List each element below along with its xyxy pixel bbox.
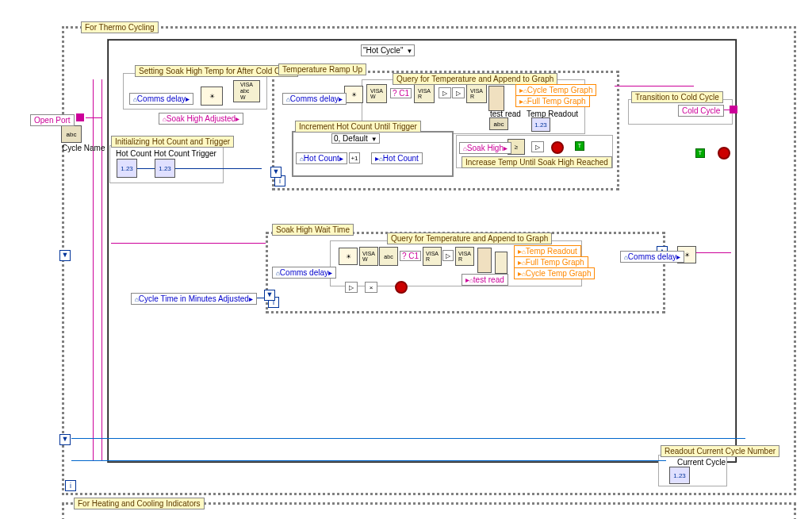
increment-case-selector[interactable]: 0, Default: [331, 133, 380, 144]
visa-6: VISAR: [455, 247, 474, 266]
soak-high-section-title: Setting Soak High Temp for After Cold Cy…: [135, 65, 298, 77]
comms-delay-3: ⌂Comms delay▸: [272, 267, 336, 279]
merge-node: [495, 252, 508, 274]
wait-time-title: Soak High Wait Time: [272, 224, 354, 236]
visa-r-1: VISAR: [414, 84, 435, 103]
current-cycle-label: Current Cycle: [674, 457, 729, 467]
wire-long: [71, 438, 745, 439]
comms-delay-2: ⌂Comms delay▸: [282, 93, 347, 105]
hot-count-trigger-label: Hot Count Trigger: [151, 148, 220, 159]
transition-title: Transition to Cold Cycle: [631, 91, 723, 103]
comms-delay-4: ⌂Comms delay▸: [620, 251, 684, 263]
visa-w-2: VISAW: [366, 84, 387, 103]
tri-3: ▷: [442, 250, 454, 261]
visa-w-3: VISAW: [359, 247, 378, 266]
cycle-name-label: Cycle Name: [59, 143, 108, 153]
temp-readout-2: ▸⌂Temp Readout: [514, 245, 581, 257]
wire: [86, 117, 102, 118]
visa-4: abc: [379, 247, 398, 266]
open-port-label: Open Port: [30, 114, 75, 126]
visa-node-1: VISAabcW: [233, 80, 260, 102]
bool-true-1: T: [575, 141, 584, 151]
shift-reg-ramp: [270, 167, 282, 178]
wait-node-1: ☀: [201, 86, 223, 106]
loop-stop-2: [395, 281, 408, 294]
cycle-temp-graph-1: ▸⌂Cycle Temp Graph: [515, 84, 596, 96]
temp-readout-1: Temp Readout: [523, 109, 581, 119]
query-title-1: Query for Temperature and Append to Grap…: [393, 73, 557, 85]
compare-2: ▷: [345, 282, 358, 293]
test-read-1: test read: [487, 109, 524, 119]
shift-reg-left: [59, 250, 71, 261]
case-bool: T: [695, 148, 705, 158]
heating-title: For Heating and Cooling Indicators: [74, 498, 205, 509]
query-title-2: Query for Temperature and Append to Grap…: [387, 233, 552, 244]
readout-title: Readout Current Cycle Number: [661, 445, 779, 457]
shift-reg-wait-l: [264, 290, 275, 301]
bundle-node-1: [488, 86, 504, 111]
case-selector[interactable]: "Hot Cycle": [361, 44, 415, 56]
soak-high-adjusted: ⌂Soak High Adjusted▸: [159, 113, 243, 125]
increase-title: Increase Temp Until Soak High Reached: [462, 156, 612, 168]
hot-count-label: Hot Count: [113, 148, 155, 159]
case-stop: [718, 147, 730, 160]
hot-count-trigger-node: 1.23: [155, 159, 175, 178]
wait-node-3: ☀: [339, 248, 358, 265]
wire: [135, 168, 262, 169]
wire: [93, 79, 94, 460]
c1-query-1: ? C1: [390, 88, 412, 98]
ramp-up-title: Temperature Ramp Up: [278, 63, 366, 75]
tri-1: ▷: [439, 87, 451, 98]
wire: [111, 243, 266, 244]
cycle-time: ⌂Cycle Time in Minutes Adjusted▸: [131, 293, 257, 305]
shift-reg-left-2: [59, 434, 71, 445]
for-loop-title: For Thermo Cycling: [81, 21, 159, 33]
init-section-title: Initializing Hot Count and Trigger: [111, 136, 234, 148]
wire: [615, 86, 694, 86]
comms-delay-1: ⌂Comms delay▸: [129, 93, 193, 105]
soak-high-ref: ⌂Soak High▸: [459, 142, 511, 154]
test-read-2: ▸⌂test read: [462, 274, 508, 286]
cycle-temp-graph-2: ▸⌂Cycle Temp Graph: [514, 267, 595, 279]
hot-count-node: 1.23: [117, 159, 137, 178]
incr-node: +1: [349, 152, 360, 163]
wait-node-2: ☀: [344, 86, 363, 103]
test-read-ind-1: abc: [489, 117, 508, 130]
visa-r-2: VISAR: [466, 84, 487, 103]
hot-count-in: ⌂Hot Count▸: [296, 152, 347, 164]
cold-cycle: Cold Cycle: [678, 105, 724, 117]
visa-r-5: VISAR: [423, 247, 442, 266]
loop-stop-1: [551, 141, 564, 154]
bundle-2: [477, 248, 492, 273]
compare-node: ▷: [531, 141, 544, 152]
tri-2: ▷: [452, 87, 465, 98]
loop-index-icon: i: [65, 480, 76, 491]
cycle-name-control: abc: [61, 125, 82, 143]
increment-title: Increment Hot Count Until Trigger: [295, 121, 421, 133]
diagram-canvas: For Thermo Cycling i Open Port abc Cycle…: [0, 0, 812, 519]
full-temp-graph-2: ▸⌂Full Temp Graph: [514, 256, 588, 268]
full-temp-graph-1: ▸⌂Full Temp Graph: [515, 95, 590, 107]
current-cycle-node: 1.23: [669, 467, 690, 484]
tunnel-cold: [730, 106, 737, 113]
tunnel-open-port: [76, 113, 84, 121]
wire-long-2: [71, 460, 666, 461]
mult-node: ×: [365, 282, 377, 293]
hot-count-out: ▸⌂Hot Count: [371, 152, 423, 164]
temp-readout-node-1: 1.23: [531, 117, 550, 132]
c1-query-2: ? C1: [400, 251, 421, 261]
wire: [102, 79, 102, 460]
